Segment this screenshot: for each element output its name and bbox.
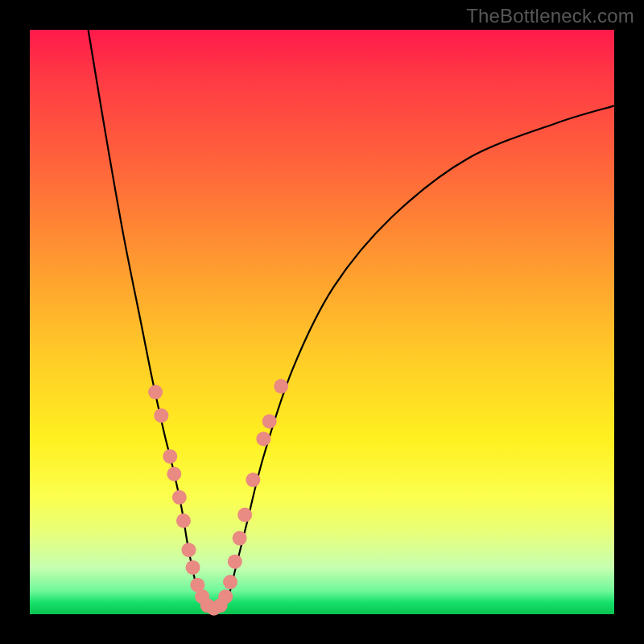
data-dot <box>237 508 252 522</box>
curve-right <box>223 105 614 608</box>
data-dot <box>228 555 242 569</box>
watermark-text: TheBottleneck.com <box>466 5 634 27</box>
chart-plot-area <box>30 30 614 614</box>
data-dot <box>154 408 168 423</box>
data-dot <box>262 414 277 428</box>
data-dot <box>163 449 177 464</box>
data-dot <box>148 385 163 399</box>
data-dot <box>233 531 247 546</box>
data-dot <box>181 543 196 557</box>
data-dot <box>167 467 181 481</box>
data-dot <box>186 560 200 575</box>
curve-group <box>89 30 614 612</box>
data-dot <box>172 490 187 505</box>
data-dot <box>274 379 288 394</box>
chart-svg <box>30 30 614 614</box>
data-dot <box>256 431 270 446</box>
data-dots-group <box>148 379 288 616</box>
data-dot <box>176 514 191 528</box>
data-dot <box>223 575 237 589</box>
data-dot <box>246 473 260 487</box>
chart-frame: TheBottleneck.com <box>0 0 644 644</box>
data-dot <box>218 589 233 604</box>
